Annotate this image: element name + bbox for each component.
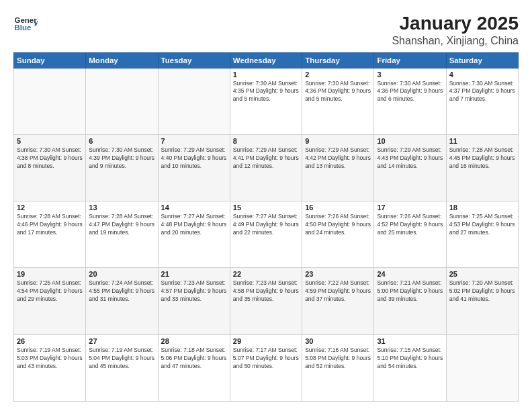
- day-number: 10: [377, 137, 443, 145]
- calendar-cell: 12Sunrise: 7:28 AM Sunset: 4:46 PM Dayli…: [14, 201, 86, 268]
- day-number: 16: [305, 203, 371, 212]
- weekday-header-thursday: Thursday: [302, 52, 374, 68]
- day-number: 4: [449, 71, 515, 79]
- calendar-cell: 25Sunrise: 7:20 AM Sunset: 5:02 PM Dayli…: [446, 268, 518, 334]
- calendar-cell: 3Sunrise: 7:30 AM Sunset: 4:36 PM Daylig…: [374, 68, 446, 134]
- calendar-cell: 29Sunrise: 7:17 AM Sunset: 5:07 PM Dayli…: [230, 334, 302, 401]
- day-info: Sunrise: 7:19 AM Sunset: 5:04 PM Dayligh…: [89, 347, 154, 371]
- day-number: 7: [161, 137, 227, 145]
- day-info: Sunrise: 7:30 AM Sunset: 4:38 PM Dayligh…: [17, 146, 83, 171]
- day-number: 13: [89, 203, 154, 212]
- week-row-4: 19Sunrise: 7:25 AM Sunset: 4:54 PM Dayli…: [14, 268, 519, 334]
- day-number: 2: [305, 71, 371, 79]
- day-number: 3: [377, 71, 443, 79]
- day-number: 15: [233, 203, 299, 212]
- calendar-cell: 22Sunrise: 7:23 AM Sunset: 4:58 PM Dayli…: [230, 268, 302, 334]
- day-info: Sunrise: 7:18 AM Sunset: 5:06 PM Dayligh…: [161, 347, 227, 371]
- day-info: Sunrise: 7:19 AM Sunset: 5:03 PM Dayligh…: [17, 347, 83, 371]
- day-info: Sunrise: 7:25 AM Sunset: 4:54 PM Dayligh…: [17, 279, 83, 304]
- calendar-cell: 7Sunrise: 7:29 AM Sunset: 4:40 PM Daylig…: [158, 134, 230, 201]
- page: General Blue January 2025 Shanshan, Xinj…: [0, 0, 532, 411]
- weekday-header-monday: Monday: [86, 52, 158, 68]
- day-number: 24: [377, 270, 443, 278]
- title-area: January 2025 Shanshan, Xinjiang, China: [392, 12, 519, 47]
- day-info: Sunrise: 7:27 AM Sunset: 4:49 PM Dayligh…: [233, 213, 299, 237]
- day-info: Sunrise: 7:28 AM Sunset: 4:46 PM Dayligh…: [17, 213, 83, 237]
- day-number: 9: [305, 137, 371, 145]
- calendar-cell: 24Sunrise: 7:21 AM Sunset: 5:00 PM Dayli…: [374, 268, 446, 334]
- day-info: Sunrise: 7:30 AM Sunset: 4:39 PM Dayligh…: [89, 146, 154, 171]
- day-number: 20: [89, 270, 154, 278]
- day-info: Sunrise: 7:15 AM Sunset: 5:10 PM Dayligh…: [377, 347, 443, 371]
- calendar-cell: 20Sunrise: 7:24 AM Sunset: 4:55 PM Dayli…: [86, 268, 158, 334]
- day-info: Sunrise: 7:28 AM Sunset: 4:45 PM Dayligh…: [449, 146, 515, 171]
- calendar-cell: 11Sunrise: 7:28 AM Sunset: 4:45 PM Dayli…: [446, 134, 518, 201]
- day-info: Sunrise: 7:30 AM Sunset: 4:35 PM Dayligh…: [233, 80, 299, 104]
- calendar-cell: 26Sunrise: 7:19 AM Sunset: 5:03 PM Dayli…: [14, 334, 86, 401]
- weekday-header-wednesday: Wednesday: [230, 52, 302, 68]
- day-number: 12: [17, 203, 83, 212]
- calendar-cell: 1Sunrise: 7:30 AM Sunset: 4:35 PM Daylig…: [230, 68, 302, 134]
- calendar-cell: 18Sunrise: 7:25 AM Sunset: 4:53 PM Dayli…: [446, 201, 518, 268]
- day-info: Sunrise: 7:20 AM Sunset: 5:02 PM Dayligh…: [449, 279, 515, 304]
- day-info: Sunrise: 7:26 AM Sunset: 4:52 PM Dayligh…: [377, 213, 443, 237]
- calendar-cell: 9Sunrise: 7:29 AM Sunset: 4:42 PM Daylig…: [302, 134, 374, 201]
- calendar-cell: 15Sunrise: 7:27 AM Sunset: 4:49 PM Dayli…: [230, 201, 302, 268]
- day-number: 5: [17, 137, 83, 145]
- day-info: Sunrise: 7:27 AM Sunset: 4:48 PM Dayligh…: [161, 213, 227, 237]
- calendar-cell: [86, 68, 158, 134]
- calendar-cell: 19Sunrise: 7:25 AM Sunset: 4:54 PM Dayli…: [14, 268, 86, 334]
- calendar-cell: 30Sunrise: 7:16 AM Sunset: 5:08 PM Dayli…: [302, 334, 374, 401]
- header: General Blue January 2025 Shanshan, Xinj…: [13, 12, 519, 47]
- day-number: 31: [377, 337, 443, 345]
- day-number: 14: [161, 203, 227, 212]
- calendar-cell: [158, 68, 230, 134]
- day-info: Sunrise: 7:29 AM Sunset: 4:41 PM Dayligh…: [233, 146, 299, 171]
- day-info: Sunrise: 7:26 AM Sunset: 4:50 PM Dayligh…: [305, 213, 371, 237]
- week-row-1: 1Sunrise: 7:30 AM Sunset: 4:35 PM Daylig…: [14, 68, 519, 134]
- day-info: Sunrise: 7:25 AM Sunset: 4:53 PM Dayligh…: [449, 213, 515, 237]
- day-number: 1: [233, 71, 299, 79]
- day-number: 23: [305, 270, 371, 278]
- calendar-cell: 4Sunrise: 7:30 AM Sunset: 4:37 PM Daylig…: [446, 68, 518, 134]
- logo-area: General Blue: [13, 12, 40, 36]
- day-number: 26: [17, 337, 83, 345]
- calendar-cell: 27Sunrise: 7:19 AM Sunset: 5:04 PM Dayli…: [86, 334, 158, 401]
- day-info: Sunrise: 7:30 AM Sunset: 4:36 PM Dayligh…: [305, 80, 371, 104]
- day-info: Sunrise: 7:29 AM Sunset: 4:42 PM Dayligh…: [305, 146, 371, 171]
- calendar-cell: 16Sunrise: 7:26 AM Sunset: 4:50 PM Dayli…: [302, 201, 374, 268]
- calendar-title: January 2025: [392, 12, 519, 35]
- svg-text:General: General: [14, 16, 38, 24]
- weekday-header-saturday: Saturday: [446, 52, 518, 68]
- calendar-cell: 13Sunrise: 7:28 AM Sunset: 4:47 PM Dayli…: [86, 201, 158, 268]
- day-number: 27: [89, 337, 154, 345]
- calendar-cell: 6Sunrise: 7:30 AM Sunset: 4:39 PM Daylig…: [86, 134, 158, 201]
- day-info: Sunrise: 7:16 AM Sunset: 5:08 PM Dayligh…: [305, 347, 371, 371]
- day-info: Sunrise: 7:24 AM Sunset: 4:55 PM Dayligh…: [89, 279, 154, 304]
- calendar-cell: [446, 334, 518, 401]
- day-info: Sunrise: 7:23 AM Sunset: 4:57 PM Dayligh…: [161, 279, 227, 304]
- day-number: 25: [449, 270, 515, 278]
- calendar-cell: 14Sunrise: 7:27 AM Sunset: 4:48 PM Dayli…: [158, 201, 230, 268]
- calendar-cell: 5Sunrise: 7:30 AM Sunset: 4:38 PM Daylig…: [14, 134, 86, 201]
- day-number: 11: [449, 137, 515, 145]
- calendar-subtitle: Shanshan, Xinjiang, China: [392, 35, 519, 47]
- week-row-5: 26Sunrise: 7:19 AM Sunset: 5:03 PM Dayli…: [14, 334, 519, 401]
- logo-icon: General Blue: [13, 12, 38, 36]
- day-number: 29: [233, 337, 299, 345]
- calendar-cell: 2Sunrise: 7:30 AM Sunset: 4:36 PM Daylig…: [302, 68, 374, 134]
- day-number: 18: [449, 203, 515, 212]
- day-info: Sunrise: 7:21 AM Sunset: 5:00 PM Dayligh…: [377, 279, 443, 304]
- day-info: Sunrise: 7:22 AM Sunset: 4:59 PM Dayligh…: [305, 279, 371, 304]
- calendar-cell: 17Sunrise: 7:26 AM Sunset: 4:52 PM Dayli…: [374, 201, 446, 268]
- calendar-cell: 8Sunrise: 7:29 AM Sunset: 4:41 PM Daylig…: [230, 134, 302, 201]
- calendar-table: SundayMondayTuesdayWednesdayThursdayFrid…: [13, 52, 519, 402]
- day-info: Sunrise: 7:30 AM Sunset: 4:36 PM Dayligh…: [377, 80, 443, 104]
- day-number: 22: [233, 270, 299, 278]
- calendar-cell: 21Sunrise: 7:23 AM Sunset: 4:57 PM Dayli…: [158, 268, 230, 334]
- day-number: 17: [377, 203, 443, 212]
- day-info: Sunrise: 7:17 AM Sunset: 5:07 PM Dayligh…: [233, 347, 299, 371]
- weekday-header-tuesday: Tuesday: [158, 52, 230, 68]
- calendar-cell: 10Sunrise: 7:29 AM Sunset: 4:43 PM Dayli…: [374, 134, 446, 201]
- day-number: 21: [161, 270, 227, 278]
